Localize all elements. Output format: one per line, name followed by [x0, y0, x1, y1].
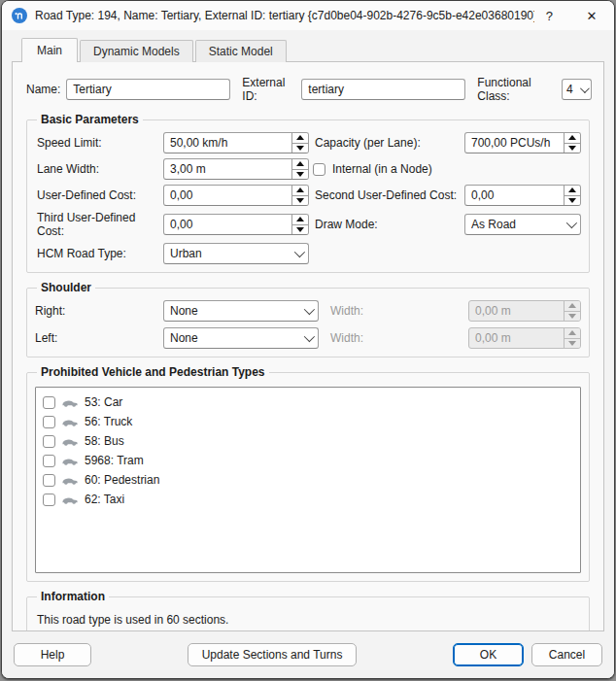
vehicle-icon: [61, 436, 79, 447]
spin-up-icon[interactable]: [565, 186, 580, 195]
capacity-label: Capacity (per Lane):: [313, 136, 461, 150]
shoulder-left-width-spinner: 0,00 m: [468, 327, 581, 349]
spin-buttons[interactable]: [291, 215, 308, 234]
spin-down-icon[interactable]: [292, 224, 308, 235]
vehicle-icon: [61, 456, 79, 466]
help-button[interactable]: Help: [14, 643, 91, 666]
spin-buttons[interactable]: [291, 133, 308, 153]
internal-node-checkbox[interactable]: [313, 163, 325, 176]
taxi-checkbox[interactable]: [43, 494, 55, 506]
list-item-label: 53: Car: [85, 395, 122, 409]
update-sections-button[interactable]: Update Sections and Turns: [188, 643, 358, 666]
spin-down-icon[interactable]: [292, 143, 308, 153]
hcm-road-type-select[interactable]: Urban: [163, 243, 309, 264]
spin-up-icon[interactable]: [292, 133, 308, 143]
shoulder-right-select[interactable]: None: [163, 300, 319, 322]
spin-down-icon[interactable]: [565, 195, 580, 206]
shoulder-group: Shoulder Right: None Width: 0,00 m Left:: [26, 281, 590, 358]
tram-checkbox[interactable]: [43, 455, 55, 467]
spin-buttons[interactable]: [564, 133, 580, 153]
shoulder-grid: Right: None Width: 0,00 m Left: None: [35, 300, 581, 349]
basic-parameters-group: Basic Parameters Speed Limit: 50,00 km/h…: [26, 113, 590, 273]
tab-bar: Main Dynamic Models Static Model: [2, 30, 614, 61]
chevron-down-icon: [304, 304, 315, 315]
shoulder-title: Shoulder: [37, 281, 95, 294]
list-item-taxi[interactable]: 62: Taxi: [40, 490, 576, 509]
lane-width-label: Lane Width:: [35, 162, 159, 176]
context-help-button[interactable]: ?: [534, 3, 564, 28]
spin-buttons[interactable]: [564, 186, 580, 205]
truck-checkbox[interactable]: [43, 416, 55, 428]
spin-up-icon[interactable]: [292, 159, 308, 169]
vehicle-icon: [61, 397, 79, 408]
shoulder-right-width-label: Width:: [323, 304, 464, 318]
chevron-down-icon: [304, 331, 315, 342]
pedestrian-checkbox[interactable]: [43, 474, 55, 487]
ok-button[interactable]: OK: [453, 643, 524, 666]
list-item-label: 60: Pedestrian: [85, 473, 159, 487]
second-user-cost-spinner[interactable]: 0,00: [464, 185, 581, 206]
spin-buttons[interactable]: [291, 159, 308, 179]
spin-up-icon[interactable]: [565, 133, 580, 143]
functional-class-value: 4: [566, 83, 580, 96]
spin-down-icon: [565, 311, 580, 322]
capacity-spinner[interactable]: 700,00 PCUs/h: [464, 132, 581, 153]
speed-limit-spinner[interactable]: 50,00 km/h: [163, 132, 309, 153]
vehicle-icon: [61, 417, 79, 427]
name-label: Name:: [26, 83, 60, 96]
chevron-down-icon: [580, 84, 590, 93]
dialog-footer: Help Update Sections and Turns OK Cancel: [2, 631, 614, 678]
list-item-bus[interactable]: 58: Bus: [40, 431, 576, 451]
list-item-pedestrian[interactable]: 60: Pedestrian: [40, 470, 576, 490]
spin-buttons[interactable]: [291, 186, 308, 205]
hcm-road-type-label: HCM Road Type:: [35, 247, 159, 260]
spin-up-icon[interactable]: [292, 215, 308, 224]
spin-up-icon: [565, 301, 580, 311]
close-icon[interactable]: ✕: [577, 3, 606, 28]
tab-main[interactable]: Main: [21, 38, 78, 62]
information-text: This road type is used in 60 sections.: [35, 609, 581, 627]
bus-checkbox[interactable]: [43, 435, 55, 448]
spin-up-icon: [565, 328, 580, 338]
prohibited-types-group: Prohibited Vehicle and Pedestrian Types …: [26, 365, 590, 582]
tab-static-model[interactable]: Static Model: [195, 40, 287, 62]
functional-class-select[interactable]: 4: [562, 79, 592, 100]
main-tab-page: Name: External ID: Functional Class: 4 B…: [12, 61, 604, 631]
second-user-cost-label: Second User-Defined Cost:: [313, 188, 461, 202]
spin-down-icon: [565, 338, 580, 349]
list-item-car[interactable]: 53: Car: [40, 392, 576, 412]
spin-buttons: [564, 328, 580, 348]
tab-dynamic-models[interactable]: Dynamic Models: [80, 40, 193, 62]
list-item-truck[interactable]: 56: Truck: [40, 412, 576, 431]
user-cost-label: User-Defined Cost:: [35, 188, 159, 202]
list-item-label: 5968: Tram: [85, 454, 144, 467]
shoulder-left-select[interactable]: None: [163, 327, 319, 349]
draw-mode-select[interactable]: As Road: [464, 214, 581, 235]
list-item-label: 62: Taxi: [85, 493, 124, 506]
internal-node-label: Internal (in a Node): [332, 162, 432, 176]
prohibited-types-title: Prohibited Vehicle and Pedestrian Types: [37, 365, 269, 379]
prohibited-types-list[interactable]: 53: Car 56: Truck 58: Bu: [35, 387, 581, 573]
user-cost-spinner[interactable]: 0,00: [163, 185, 309, 206]
spin-down-icon[interactable]: [292, 195, 308, 206]
spin-up-icon[interactable]: [292, 186, 308, 195]
third-user-cost-spinner[interactable]: 0,00: [163, 214, 309, 235]
window-title: Road Type: 194, Name: Tertiary, External…: [35, 9, 534, 22]
external-id-input[interactable]: [301, 79, 465, 100]
spin-down-icon[interactable]: [565, 143, 580, 153]
spin-down-icon[interactable]: [292, 169, 308, 180]
list-item-label: 56: Truck: [85, 415, 132, 428]
cancel-button[interactable]: Cancel: [531, 643, 602, 666]
name-input[interactable]: [66, 79, 230, 100]
chevron-down-icon: [566, 218, 577, 228]
list-item-tram[interactable]: 5968: Tram: [40, 451, 576, 470]
basic-parameters-title: Basic Parameters: [37, 113, 143, 126]
car-checkbox[interactable]: [43, 396, 55, 409]
third-user-cost-label: Third User-Defined Cost:: [35, 211, 159, 238]
lane-width-spinner[interactable]: 3,00 m: [163, 158, 309, 180]
vehicle-icon: [61, 475, 79, 486]
identity-row: Name: External ID: Functional Class: 4: [26, 76, 592, 103]
basic-parameters-grid: Speed Limit: 50,00 km/h Capacity (per La…: [35, 132, 581, 264]
shoulder-left-width-label: Width:: [323, 331, 464, 345]
aimsun-app-icon: [12, 8, 27, 23]
